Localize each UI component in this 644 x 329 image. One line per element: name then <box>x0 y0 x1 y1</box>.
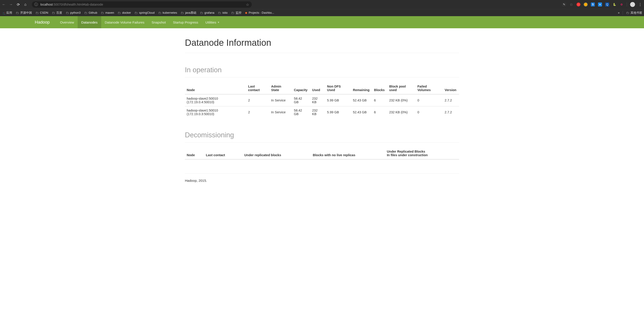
ext-icon-3[interactable] <box>584 2 588 6</box>
back-icon[interactable]: ← <box>2 2 6 6</box>
folder-icon: 🗀 <box>626 11 629 14</box>
folder-icon: 🗀 <box>200 11 203 14</box>
hadoop-brand[interactable]: Hadoop <box>35 16 56 28</box>
bookmark-label: springCloud <box>139 11 154 14</box>
nav-overview[interactable]: Overview <box>56 16 78 28</box>
info-icon[interactable]: ⓘ <box>34 2 38 7</box>
table-cell: 58.42 GB <box>292 106 310 118</box>
nav-utilities[interactable]: Utilities▼ <box>202 16 223 28</box>
bookmark-label: CSDN <box>40 11 48 14</box>
folder-icon: 🗀 <box>181 11 184 14</box>
table-cell: 58.42 GB <box>292 94 310 106</box>
bookmark-folder[interactable]: 🗀grafana <box>200 11 214 14</box>
folder-icon: 🗀 <box>134 11 138 14</box>
ext-bookmark-outline-icon[interactable]: ◻ <box>569 2 573 6</box>
bookmarks-bar: 应用 🗀开源中国🗀CSDN🗀百度🗀python3🗀Github🗀maven🗀do… <box>0 9 644 16</box>
column-header: Last contact <box>246 82 270 94</box>
url-rest: :50070/dfshealth.html#tab-datanode <box>53 3 103 6</box>
folder-icon: 🗀 <box>16 11 19 14</box>
bookmark-folder[interactable]: 🗀java基础 <box>181 11 196 15</box>
bookmark-folder[interactable]: 🗀监控 <box>231 11 242 15</box>
table-cell: 232 KB (0%) <box>387 106 416 118</box>
bookmark-folder[interactable]: 🗀CSDN <box>36 11 48 14</box>
bookmark-folder[interactable]: 🗀springCloud <box>134 11 154 14</box>
url-host: localhost <box>40 3 53 6</box>
apps-button[interactable]: 应用 <box>2 11 12 15</box>
table-cell: 232 KB <box>310 106 325 118</box>
page-title: Datanode Information <box>185 28 459 53</box>
bookmark-gitlab[interactable]: ◆ Projects · Dashbo... <box>245 11 274 14</box>
nav-item-label: Snapshot <box>152 20 166 24</box>
table-cell: 0 <box>416 94 443 106</box>
toolbar-divider <box>627 2 627 6</box>
nav-item-label: Utilities <box>205 20 216 24</box>
table-cell: 52.43 GB <box>351 106 372 118</box>
other-bookmarks-label: 其他书签 <box>630 11 642 15</box>
ext-icon-s[interactable]: S <box>591 2 595 6</box>
bookmark-label: java基础 <box>185 11 196 15</box>
ext-icon-2[interactable] <box>576 2 580 6</box>
apps-icon <box>2 11 5 14</box>
bookmarks-overflow[interactable]: » <box>618 11 620 14</box>
table-cell: 5.99 GB <box>325 94 351 106</box>
table-cell: 6 <box>372 106 388 118</box>
nav-datanodes[interactable]: Datanodes <box>78 16 101 28</box>
folder-icon: 🗀 <box>36 11 38 14</box>
hadoop-navbar: Hadoop OverviewDatanodesDatanode Volume … <box>0 16 644 28</box>
reload-icon[interactable]: ⟳ <box>16 2 20 7</box>
bookmarks-right: » 🗀 其他书签 <box>618 11 642 15</box>
column-header: Used <box>310 82 325 94</box>
ext-icon-1[interactable]: ✎ <box>562 2 566 6</box>
nav-startup-progress[interactable]: Startup Progress <box>170 16 202 28</box>
bookmark-folder[interactable]: 🗀istio <box>218 11 228 14</box>
ext-icon-4[interactable]: ▾ <box>598 2 602 6</box>
nav-item-label: Startup Progress <box>173 20 198 24</box>
ext-python-icon[interactable]: 🐍 <box>612 2 616 6</box>
browser-menu-icon[interactable]: ⋮ <box>638 2 642 7</box>
nav-snapshot[interactable]: Snapshot <box>148 16 169 28</box>
ext-icon-5[interactable]: Q <box>605 2 609 6</box>
ext-icon-6[interactable]: ✿ <box>620 2 624 6</box>
table-cell: 232 KB <box>310 94 325 106</box>
bookmark-folder[interactable]: 🗀开源中国 <box>16 11 32 15</box>
bookmark-folder[interactable]: 🗀maven <box>101 11 114 14</box>
apps-label: 应用 <box>6 11 12 15</box>
column-header: Node <box>185 148 204 159</box>
column-header: Blocks with no live replicas <box>311 148 385 159</box>
bookmark-folder[interactable]: 🗀Github <box>84 11 97 14</box>
in-operation-table: NodeLast contactAdmin StateCapacityUsedN… <box>185 82 459 118</box>
bookmark-folder[interactable]: 🗀百度 <box>52 11 62 15</box>
other-bookmarks[interactable]: 🗀 其他书签 <box>626 11 642 15</box>
bookmark-gitlab-label: Projects · Dashbo... <box>248 11 274 14</box>
bookmark-folder[interactable]: 🗀docker <box>118 11 131 14</box>
table-cell: hadoop-slave2:50010 (172.19.0.4:50010) <box>185 94 246 106</box>
decomissioning-table: NodeLast contactUnder replicated blocksB… <box>185 148 459 160</box>
bookmark-folder[interactable]: 🗀python3 <box>66 11 80 14</box>
footer-rule <box>185 174 459 174</box>
table-row: hadoop-slave1:50010 (172.19.0.3:50010)2I… <box>185 106 459 118</box>
home-icon[interactable]: ⌂ <box>23 2 28 6</box>
table-cell: 2.7.2 <box>443 94 459 106</box>
forward-icon[interactable]: → <box>9 2 13 6</box>
gitlab-icon: ◆ <box>245 11 247 14</box>
column-header: Under Replicated Blocks In files under c… <box>385 148 459 159</box>
page-container: Datanode Information In operation NodeLa… <box>185 28 459 189</box>
table-cell: 2 <box>246 106 270 118</box>
folder-icon: 🗀 <box>158 11 161 14</box>
column-header: Capacity <box>292 82 310 94</box>
table-cell: hadoop-slave1:50010 (172.19.0.3:50010) <box>185 106 246 118</box>
bookmark-folder[interactable]: 🗀kubernetes <box>158 11 177 14</box>
url-bar[interactable]: ⓘ localhost:50070/dfshealth.html#tab-dat… <box>32 1 252 8</box>
nav-datanode-volume-failures[interactable]: Datanode Volume Failures <box>101 16 148 28</box>
folder-icon: 🗀 <box>66 11 69 14</box>
bookmark-label: python3 <box>70 11 80 14</box>
star-icon[interactable]: ☆ <box>246 2 250 7</box>
table-cell: 2.7.2 <box>443 106 459 118</box>
section-decomissioning: Decomissioning <box>185 118 459 142</box>
profile-avatar[interactable] <box>630 2 635 7</box>
bookmark-label: 开源中国 <box>20 11 32 15</box>
footer-text: Hadoop, 2015. <box>185 179 459 182</box>
column-header: Non DFS Used <box>325 82 351 94</box>
bookmark-label: kubernetes <box>163 11 177 14</box>
column-header: Last contact <box>204 148 242 159</box>
